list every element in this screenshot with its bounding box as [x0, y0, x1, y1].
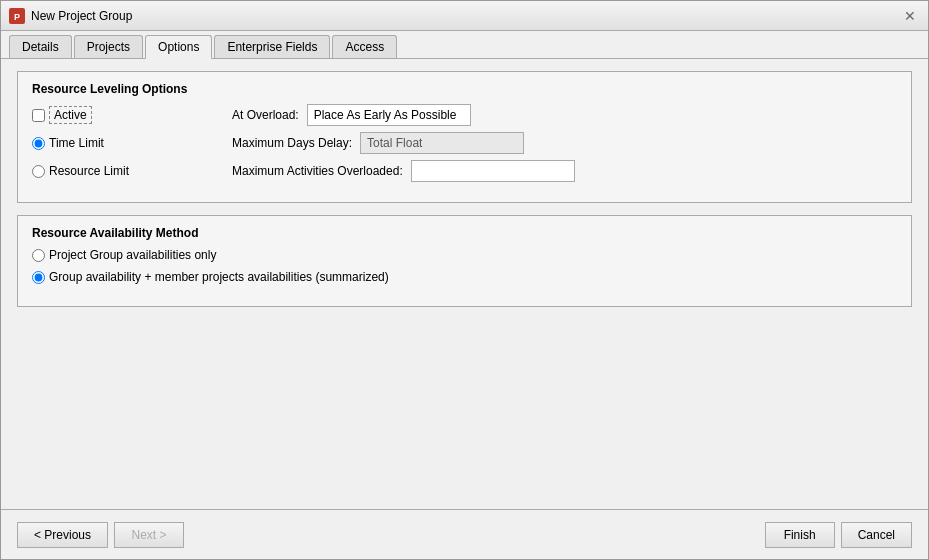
group-availability-row: Group availability + member projects ava…	[32, 270, 897, 284]
time-limit-left: Time Limit	[32, 136, 232, 150]
project-group-only-row: Project Group availabilities only	[32, 248, 897, 262]
time-limit-row: Time Limit Maximum Days Delay:	[32, 132, 897, 154]
group-availability-label[interactable]: Group availability + member projects ava…	[32, 270, 897, 284]
next-button[interactable]: Next >	[114, 522, 184, 548]
cancel-button[interactable]: Cancel	[841, 522, 912, 548]
resource-limit-radio[interactable]	[32, 165, 45, 178]
group-availability-text: Group availability + member projects ava…	[49, 270, 389, 284]
tab-enterprise-fields[interactable]: Enterprise Fields	[214, 35, 330, 58]
project-group-only-radio[interactable]	[32, 249, 45, 262]
time-limit-label: Time Limit	[49, 136, 104, 150]
tab-details[interactable]: Details	[9, 35, 72, 58]
footer-right: Finish Cancel	[765, 522, 912, 548]
at-overload-group: At Overload:	[232, 104, 471, 126]
dialog: P New Project Group ✕ Details Projects O…	[0, 0, 929, 560]
leveling-section: Resource Leveling Options Active At Over…	[17, 71, 912, 203]
active-checkbox-label[interactable]: Active	[32, 106, 232, 124]
max-days-group: Maximum Days Delay:	[232, 132, 524, 154]
tabs-bar: Details Projects Options Enterprise Fiel…	[1, 31, 928, 59]
svg-text:P: P	[14, 12, 20, 22]
footer: < Previous Next > Finish Cancel	[1, 509, 928, 559]
project-group-only-text: Project Group availabilities only	[49, 248, 216, 262]
title-bar: P New Project Group ✕	[1, 1, 928, 31]
resource-limit-left: Resource Limit	[32, 164, 232, 178]
availability-section: Resource Availability Method Project Gro…	[17, 215, 912, 307]
tab-access[interactable]: Access	[332, 35, 397, 58]
project-group-only-label[interactable]: Project Group availabilities only	[32, 248, 897, 262]
app-icon: P	[9, 8, 25, 24]
availability-section-title: Resource Availability Method	[32, 226, 897, 240]
max-days-label: Maximum Days Delay:	[232, 136, 352, 150]
finish-button[interactable]: Finish	[765, 522, 835, 548]
resource-limit-radio-label[interactable]: Resource Limit	[32, 164, 232, 178]
max-days-input[interactable]	[360, 132, 524, 154]
previous-button[interactable]: < Previous	[17, 522, 108, 548]
time-limit-radio[interactable]	[32, 137, 45, 150]
dialog-title: New Project Group	[31, 9, 132, 23]
at-overload-input[interactable]	[307, 104, 471, 126]
tab-options[interactable]: Options	[145, 35, 212, 59]
max-activities-label: Maximum Activities Overloaded:	[232, 164, 403, 178]
footer-left: < Previous Next >	[17, 522, 184, 548]
at-overload-label: At Overload:	[232, 108, 299, 122]
title-bar-left: P New Project Group	[9, 8, 132, 24]
leveling-section-title: Resource Leveling Options	[32, 82, 897, 96]
active-label: Active	[49, 106, 92, 124]
max-activities-group: Maximum Activities Overloaded:	[232, 160, 575, 182]
group-availability-radio[interactable]	[32, 271, 45, 284]
resource-limit-label: Resource Limit	[49, 164, 129, 178]
max-activities-input[interactable]	[411, 160, 575, 182]
resource-limit-row: Resource Limit Maximum Activities Overlo…	[32, 160, 897, 182]
active-checkbox[interactable]	[32, 109, 45, 122]
time-limit-radio-label[interactable]: Time Limit	[32, 136, 232, 150]
tab-projects[interactable]: Projects	[74, 35, 143, 58]
active-left: Active	[32, 106, 232, 124]
close-button[interactable]: ✕	[900, 6, 920, 26]
content-area: Resource Leveling Options Active At Over…	[1, 59, 928, 509]
active-row: Active At Overload:	[32, 104, 897, 126]
